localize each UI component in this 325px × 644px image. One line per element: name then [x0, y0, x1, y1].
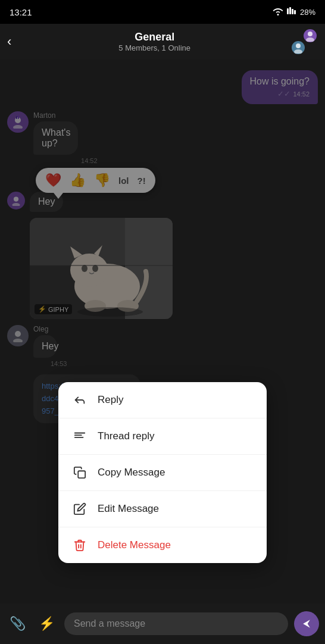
context-menu-thread-reply[interactable]: Thread reply	[58, 418, 267, 455]
edit-icon	[73, 502, 87, 516]
avatar-top	[302, 28, 318, 43]
delete-icon	[73, 538, 87, 552]
svg-rect-1	[289, 7, 291, 14]
copy-message-label: Copy Message	[98, 467, 165, 479]
svg-rect-32	[78, 471, 85, 478]
svg-point-7	[294, 49, 302, 54]
input-bar: 📎 ⚡	[0, 604, 325, 644]
chat-area: How is going? ✓✓ 14:52 Marton	[0, 60, 325, 604]
battery-label: 28%	[300, 8, 315, 17]
thread-reply-label: Thread reply	[98, 430, 154, 442]
reply-icon	[73, 393, 87, 407]
context-menu-copy[interactable]: Copy Message	[58, 455, 267, 491]
channel-name: General	[18, 31, 290, 43]
svg-rect-0	[287, 8, 289, 14]
svg-point-4	[308, 32, 312, 36]
context-menu-edit[interactable]: Edit Message	[58, 491, 267, 527]
thread-icon	[73, 429, 87, 443]
reply-label: Reply	[98, 394, 123, 406]
delete-message-label: Delete Message	[98, 539, 171, 551]
avatar-bottom	[290, 40, 306, 55]
channel-title-group: General 5 Members, 1 Online	[18, 31, 290, 52]
status-bar: 13:21 28%	[0, 0, 325, 24]
wifi-icon	[273, 7, 283, 17]
back-button[interactable]: ‹	[7, 34, 11, 49]
svg-point-6	[296, 43, 301, 48]
context-menu-delete[interactable]: Delete Message	[58, 527, 267, 563]
svg-point-5	[306, 37, 314, 42]
call-icon	[287, 7, 296, 17]
svg-rect-2	[292, 9, 293, 14]
header-avatar-group[interactable]	[290, 28, 318, 55]
bolt-button[interactable]: ⚡	[35, 612, 58, 635]
status-icons: 28%	[273, 7, 315, 17]
copy-icon	[73, 465, 87, 480]
svg-rect-3	[294, 10, 296, 14]
chat-header: ‹ General 5 Members, 1 Online	[0, 24, 325, 60]
context-menu-reply[interactable]: Reply	[58, 382, 267, 418]
send-button[interactable]	[294, 611, 319, 636]
edit-message-label: Edit Message	[98, 503, 159, 515]
context-menu: Reply Thread reply Copy Message	[58, 382, 267, 563]
attach-button[interactable]: 📎	[6, 612, 29, 635]
message-input[interactable]	[64, 612, 288, 635]
status-time: 13:21	[10, 7, 32, 17]
member-count: 5 Members, 1 Online	[18, 43, 290, 52]
